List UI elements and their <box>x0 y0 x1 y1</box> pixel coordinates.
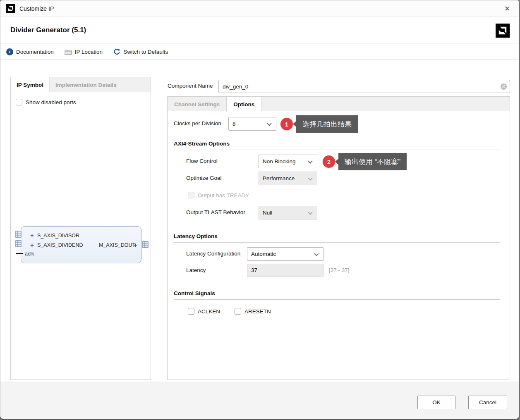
flow-control-value: Non Blocking <box>263 158 296 165</box>
ip-location-label: IP Location <box>75 49 103 55</box>
latency-configuration-value: Automatic <box>251 251 276 257</box>
latency-input: 37 <box>247 264 324 277</box>
documentation-label: Documentation <box>16 49 54 55</box>
aclken-checkbox[interactable] <box>188 308 194 315</box>
component-name-label: Component Name <box>168 83 213 89</box>
annotation-badge-2: 2 <box>323 155 335 168</box>
latency-range-hint: [37 - 37] <box>329 267 350 273</box>
latency-label: Latency <box>186 267 206 273</box>
ip-symbol-panel: IP Symbol Implementation Details Show di… <box>10 77 151 380</box>
config-tab-bar: Channel Settings Options <box>168 97 510 111</box>
dialog-header: Divider Generator (5.1) <box>0 17 519 43</box>
chevron-down-icon <box>308 176 312 180</box>
port-s-axis-dividend: S_AXIS_DIVIDEND <box>37 242 83 248</box>
section-divider <box>174 242 500 243</box>
tab-options[interactable]: Options <box>226 97 261 112</box>
switch-to-defaults-label: Switch to Defaults <box>123 49 168 55</box>
chevron-down-icon <box>308 210 312 215</box>
latency-configuration-label: Latency Configuration <box>186 251 240 257</box>
optimize-goal-value: Performance <box>263 175 295 181</box>
bus-interface-icon <box>15 240 22 247</box>
chevron-down-icon <box>314 251 319 256</box>
show-disabled-ports-row: Show disabled ports <box>16 99 76 105</box>
expand-plus-icon[interactable]: + <box>134 241 137 248</box>
output-tlast-behavior-label: Output TLAST Behavior <box>186 209 245 215</box>
aclken-label: ACLKEN <box>198 308 220 315</box>
tab-ip-symbol[interactable]: IP Symbol <box>11 77 50 93</box>
tab-separator <box>138 79 138 90</box>
info-icon: i <box>6 48 13 55</box>
flow-control-select[interactable]: Non Blocking <box>259 155 317 168</box>
aresetn-row: ARESETN <box>235 308 271 315</box>
aresetn-checkbox[interactable] <box>235 308 241 315</box>
clocks-per-division-select[interactable]: 8 <box>228 117 276 131</box>
aclken-row: ACLKEN <box>188 308 220 315</box>
chevron-down-icon <box>267 121 271 126</box>
port-aclk: aclk <box>25 251 34 257</box>
output-tlast-behavior-value: Null <box>263 210 272 216</box>
window-title: Customize IP <box>19 5 54 12</box>
optimize-goal-select: Performance <box>259 172 317 185</box>
title-bar: Customize IP × <box>0 0 519 17</box>
output-has-tready-label: Output has TREADY <box>198 192 249 198</box>
latency-value: 37 <box>251 267 257 273</box>
customize-ip-dialog: Customize IP × Divider Generator (5.1) i… <box>0 0 519 419</box>
annotation-tooltip-2: 输出使用 “不阻塞” <box>338 153 407 170</box>
dialog-footer: OK Cancel <box>0 381 519 419</box>
control-signals-section-title: Control Signals <box>174 290 215 296</box>
component-name-value: div_gen_0 <box>223 84 248 90</box>
aresetn-label: ARESETN <box>244 308 271 315</box>
annotation-tooltip-1: 选择几拍出结果 <box>296 115 358 133</box>
ip-location-button[interactable]: IP Location <box>65 49 103 55</box>
amd-logo-large-icon <box>496 24 510 38</box>
annotation-badge-1: 1 <box>280 118 293 130</box>
clear-icon[interactable]: ✕ <box>501 84 507 90</box>
amd-logo-icon <box>6 4 15 13</box>
latency-section-title: Latency Options <box>174 233 218 239</box>
close-icon[interactable]: × <box>501 3 513 14</box>
left-tab-bar: IP Symbol Implementation Details <box>11 77 151 92</box>
port-m-axis-dout: M_AXIS_DOUT <box>99 242 135 248</box>
component-name-input[interactable]: div_gen_0 ✕ <box>218 80 510 93</box>
expand-plus-icon[interactable]: + <box>30 232 34 239</box>
section-divider <box>174 150 500 150</box>
tab-channel-settings[interactable]: Channel Settings <box>168 97 226 112</box>
bus-interface-icon <box>15 231 22 238</box>
expand-plus-icon[interactable]: + <box>30 241 34 248</box>
switch-to-defaults-button[interactable]: Switch to Defaults <box>113 48 168 55</box>
documentation-button[interactable]: i Documentation <box>6 48 54 55</box>
show-disabled-ports-label: Show disabled ports <box>26 99 76 105</box>
bus-interface-icon <box>142 241 149 248</box>
section-divider <box>174 299 500 300</box>
tab-implementation-details[interactable]: Implementation Details <box>50 77 122 93</box>
clocks-per-division-value: 8 <box>232 121 236 127</box>
flow-control-label: Flow Control <box>186 158 218 164</box>
clocks-per-division-label: Clocks per Division <box>174 120 221 126</box>
refresh-icon <box>113 48 120 55</box>
latency-configuration-select[interactable]: Automatic <box>247 247 324 261</box>
page-title: Divider Generator (5.1) <box>10 26 86 34</box>
folder-icon <box>65 49 72 55</box>
clock-pin <box>16 253 23 254</box>
cancel-button[interactable]: Cancel <box>468 396 507 409</box>
port-s-axis-divisor: S_AXIS_DIVISOR <box>37 233 79 239</box>
output-has-tready-checkbox <box>188 192 194 198</box>
axi4-section-title: AXI4-Stream Options <box>174 141 230 147</box>
toolbar: i Documentation IP Location Switch to De… <box>0 44 519 60</box>
configuration-panel: Channel Settings Options Clocks per Divi… <box>167 96 510 380</box>
optimize-goal-label: Optimize Goal <box>186 175 222 181</box>
ok-button[interactable]: OK <box>417 396 455 409</box>
show-disabled-ports-checkbox[interactable] <box>16 99 22 105</box>
chevron-down-icon <box>308 159 312 163</box>
output-has-tready-row: Output has TREADY <box>188 192 249 198</box>
output-tlast-behavior-select: Null <box>259 206 317 220</box>
